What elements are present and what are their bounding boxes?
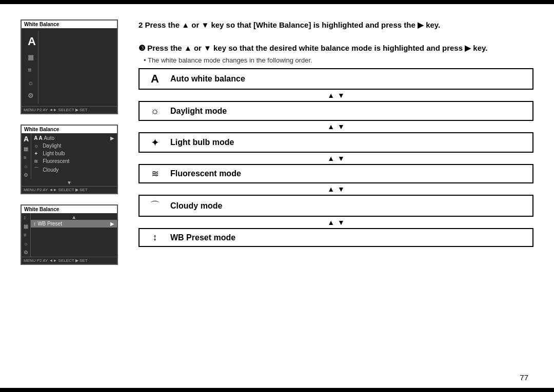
step1-text: Press the ▲ or ▼ key so that [White Bala… [145, 20, 441, 29]
menu-item-fluorescent: ≋ Fluorescent [31, 157, 117, 165]
screen3-gear-icon: ⚙ [24, 250, 28, 255]
wbpreset-icon: ↕ [33, 221, 36, 226]
screen3-preset-side-icon: ↕ [24, 215, 28, 220]
daylight-label: Daylight mode [170, 107, 227, 116]
bottom-border [0, 388, 554, 392]
modes-list: A Auto white balance ▲ ▼ ☼ Daylight mode… [138, 68, 533, 247]
page-number: 77 [520, 373, 528, 382]
cloudy-mode-icon: ⌒ [147, 199, 163, 213]
fluorescent-icon: ≋ [34, 158, 41, 164]
lightbulb-mode-icon: ✦ [147, 136, 163, 149]
screen1-gear-icon: ⚙ [28, 92, 36, 99]
mode-row-daylight: ☼ Daylight mode [138, 101, 533, 121]
arrows-auto: ▲ ▼ [138, 90, 533, 101]
wbpreset-label: WB Preset mode [170, 233, 235, 242]
arrow-down-2: ▼ [338, 122, 345, 131]
step2-text: Press the ▲ or ▼ key so that the desired… [147, 44, 487, 52]
arrow-up-5: ▲ [327, 218, 334, 226]
step2-block: ❸ Press the ▲ or ▼ key so that the desir… [138, 43, 533, 247]
mode-row-cloudy: ⌒ Cloudy mode [138, 195, 533, 217]
arrows-daylight: ▲ ▼ [138, 121, 533, 132]
right-column: 2 Press the ▲ or ▼ key so that [White Ba… [138, 19, 533, 265]
arrow-down-4: ▼ [338, 185, 345, 193]
arrow-up-2: ▲ [327, 122, 334, 131]
arrows-cloudy: ▲ ▼ [138, 217, 533, 228]
screen3-grid-icon: ▦ [24, 223, 28, 229]
screen1-a-icon: A [28, 35, 36, 48]
step2-number: ❸ [138, 44, 147, 52]
screen3-scroll-up: ▲ [31, 214, 117, 220]
lightbulb-label: Light bulb mode [170, 138, 234, 147]
camera-screen-3: White Balance ↕ ▦ ≡ ☼ ⚙ ▲ ↕ WB Preset ▶ [21, 204, 118, 265]
arrow-down-5: ▼ [338, 218, 345, 226]
step1-title: 2 Press the ▲ or ▼ key so that [White Ba… [138, 19, 533, 30]
mode-row-auto: A Auto white balance [138, 68, 533, 90]
mode-row-wbpreset: ↕ WB Preset mode [138, 228, 533, 247]
screen2-gear2-icon: ⚙ [24, 172, 29, 178]
menu-item-cloudy: ⌒ Cloudy [31, 165, 117, 174]
screen2-footer: MENU P2 AY ◄► SELECT ▶ SET [22, 186, 117, 193]
arrows-fluorescent: ▲ ▼ [138, 183, 533, 195]
daylight-mode-icon: ☼ [147, 105, 163, 117]
camera-screen-1: White Balance A ▦ ≡ ☼ ⚙ MENU P2 AY ◄► SE… [21, 19, 118, 114]
screen2-lines-icon: ≡ [24, 155, 29, 160]
daylight-icon: ☼ [34, 143, 41, 149]
screen3-lines-icon: ≡ [24, 232, 28, 238]
step1-number: 2 [138, 20, 145, 29]
screen1-sun-icon: ☼ [28, 79, 36, 87]
arrow-down-1: ▼ [338, 91, 345, 99]
menu-item-auto: A A Auto ▶ [31, 134, 117, 142]
arrow-up-1: ▲ [327, 91, 334, 99]
fluorescent-label: Fluorescent mode [170, 169, 241, 178]
left-column: White Balance A ▦ ≡ ☼ ⚙ MENU P2 AY ◄► SE… [21, 19, 123, 265]
auto-wb-icon: A [147, 72, 163, 86]
mode-row-lightbulb: ✦ Light bulb mode [138, 132, 533, 153]
wbpreset-mode-icon: ↕ [147, 232, 163, 243]
screen2-sun2-icon: ☼ [24, 163, 29, 169]
arrow-up-4: ▲ [327, 185, 334, 193]
bullet-text: The white balance mode changes in the fo… [144, 56, 533, 64]
arrows-lightbulb: ▲ ▼ [138, 153, 533, 164]
step2-title: ❸ Press the ▲ or ▼ key so that the desir… [138, 43, 533, 53]
cloudy-icon: ⌒ [34, 166, 41, 173]
screen1-lines-icon: ≡ [28, 66, 36, 74]
camera-screen-2: White Balance A ▦ ≡ ☼ ⚙ A A Auto ▶ [21, 125, 118, 194]
top-border [0, 0, 554, 4]
menu-item-daylight: ☼ Daylight [31, 142, 117, 150]
arrow-down-3: ▼ [338, 154, 345, 162]
auto-wb-label: Auto white balance [170, 74, 245, 84]
auto-icon: A A [34, 135, 42, 141]
arrow-up-3: ▲ [327, 154, 334, 162]
screen2-a-icon: A [24, 135, 29, 143]
screen3-title: White Balance [22, 205, 117, 213]
screen2-scroll-indicator: ▼ [22, 179, 117, 186]
mode-row-fluorescent: ≋ Fluorescent mode [138, 164, 533, 183]
screen1-footer: MENU P2 AY ◄► SELECT ▶ SET [22, 106, 117, 113]
screen2-grid-icon: ▦ [24, 146, 29, 152]
menu-item-wbpreset: ↕ WB Preset ▶ [31, 220, 117, 228]
screen1-grid-icon: ▦ [28, 53, 36, 61]
menu-item-lightbulb: ✦ Light bulb [31, 150, 117, 157]
screen3-footer: MENU P2 AY ◄► SELECT ▶ SET [22, 257, 117, 264]
lightbulb-icon: ✦ [34, 151, 41, 156]
fluorescent-mode-icon: ≋ [147, 168, 163, 179]
screen3-sun-icon: ☼ [24, 241, 28, 246]
cloudy-label: Cloudy mode [170, 201, 222, 211]
step1-block: 2 Press the ▲ or ▼ key so that [White Ba… [138, 19, 533, 33]
screen1-title: White Balance [22, 20, 117, 28]
screen2-title: White Balance [22, 126, 117, 133]
